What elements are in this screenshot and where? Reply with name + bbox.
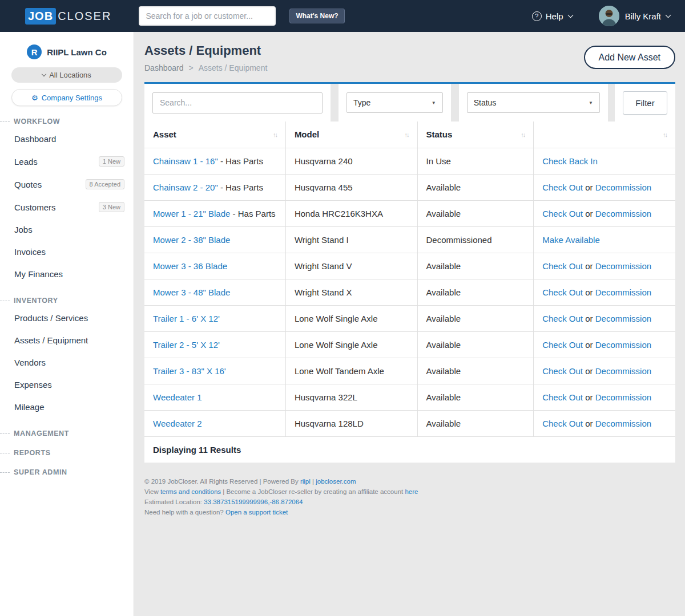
model-cell: Husqvarna 322L [285, 384, 417, 410]
add-new-asset-button[interactable]: Add New Asset [584, 46, 676, 69]
decommission-link[interactable]: Decommission [595, 366, 651, 376]
sidebar-section-workflow[interactable]: WORKFLOW [0, 117, 134, 125]
asset-link[interactable]: Chainsaw 2 - 20" [153, 183, 218, 192]
sidebar-item-jobs[interactable]: Jobs [0, 218, 134, 241]
sort-icon[interactable]: ↑↓ [521, 131, 525, 138]
filter-button[interactable]: Filter [623, 91, 667, 115]
status-cell: Available [417, 279, 534, 305]
table-row: Mower 3 - 36 BladeWright Stand VAvailabl… [144, 253, 675, 279]
footer-link[interactable]: 33.387315199999996,-86.872064 [204, 499, 303, 505]
gear-icon: ⚙ [31, 94, 38, 102]
footer-link[interactable]: riipl [300, 478, 311, 485]
decommission-link[interactable]: Decommission [595, 287, 651, 297]
help-menu[interactable]: ? Help [532, 11, 573, 21]
sidebar-item-mileage[interactable]: Mileage [0, 396, 134, 418]
asset-link[interactable]: Mower 2 - 38" Blade [153, 235, 230, 245]
sort-icon[interactable]: ↑↓ [273, 131, 277, 138]
nav-badge: 1 New [99, 156, 124, 167]
column-header-model[interactable]: Model↑↓ [285, 121, 417, 148]
type-select[interactable]: Type ▼ [346, 92, 443, 113]
asset-link[interactable]: Mower 3 - 36 Blade [153, 261, 227, 271]
column-header-asset[interactable]: Asset↑↓ [144, 121, 285, 148]
status-cell: Available [417, 174, 534, 200]
user-menu[interactable]: Billy Kraft [625, 11, 670, 21]
check-out-link[interactable]: Check Out [542, 340, 583, 350]
global-search-input[interactable] [139, 6, 276, 26]
sidebar-section-super-admin[interactable]: SUPER ADMIN [0, 468, 134, 476]
sidebar-item-assets-equipment[interactable]: Assets / Equipment [0, 329, 134, 351]
sidebar-item-my-finances[interactable]: My Finances [0, 263, 134, 285]
nav-item-label: Leads [14, 157, 99, 167]
sidebar-section-inventory[interactable]: INVENTORY [0, 297, 134, 305]
avatar[interactable] [599, 6, 619, 26]
footer-link[interactable]: here [405, 488, 418, 495]
decommission-link[interactable]: Decommission [595, 419, 651, 428]
asset-link[interactable]: Mower 1 - 21" Blade [153, 209, 230, 218]
results-count: Displaying 11 Results [144, 437, 675, 463]
whats-new-button[interactable]: What's New? [289, 9, 344, 23]
footer-link[interactable]: Open a support ticket [225, 509, 288, 516]
check-out-link[interactable]: Check Out [542, 419, 583, 428]
check-out-link[interactable]: Check Out [542, 209, 583, 218]
location-selector[interactable]: All Locations [11, 67, 122, 83]
sidebar-item-dashboard[interactable]: Dashboard [0, 128, 134, 150]
check-out-link[interactable]: Check Out [542, 392, 583, 402]
sidebar-item-quotes[interactable]: Quotes8 Accepted [0, 173, 134, 196]
breadcrumb-dashboard-link[interactable]: Dashboard [144, 63, 184, 72]
asset-link[interactable]: Trailer 1 - 6' X 12' [153, 314, 220, 323]
sort-icon[interactable]: ↑↓ [663, 131, 667, 138]
footer-line: © 2019 JobCloser. All Rights Reserved | … [144, 477, 675, 485]
check-out-link[interactable]: Check Out [542, 183, 583, 192]
asset-suffix: - Has Parts [218, 156, 263, 166]
section-label: MANAGEMENT [14, 429, 69, 437]
make-available-link[interactable]: Make Available [542, 235, 600, 245]
table-search-input[interactable] [152, 92, 323, 114]
company-settings-button[interactable]: ⚙ Company Settings [11, 89, 122, 106]
sidebar-section-reports[interactable]: REPORTS [0, 449, 134, 457]
asset-link[interactable]: Chainsaw 1 - 16" [153, 156, 218, 166]
sidebar-item-leads[interactable]: Leads1 New [0, 150, 134, 173]
sidebar-item-vendors[interactable]: Vendors [0, 351, 134, 374]
sidebar-nav: WORKFLOWDashboardLeads1 NewQuotes8 Accep… [0, 117, 134, 476]
check-out-link[interactable]: Check Out [542, 261, 583, 271]
sidebar-section-management[interactable]: MANAGEMENT [0, 429, 134, 437]
decommission-link[interactable]: Decommission [595, 183, 651, 192]
sidebar-item-products-services[interactable]: Products / Services [0, 307, 134, 329]
asset-suffix: - Has Parts [230, 209, 275, 218]
asset-cell: Weedeater 1 [144, 384, 285, 410]
sidebar-item-invoices[interactable]: Invoices [0, 241, 134, 263]
asset-link[interactable]: Weedeater 1 [153, 392, 202, 402]
sidebar-item-customers[interactable]: Customers3 New [0, 196, 134, 218]
decommission-link[interactable]: Decommission [595, 340, 651, 350]
nav-item-label: Customers [14, 202, 99, 212]
asset-cell: Trailer 3 - 83" X 16' [144, 358, 285, 384]
decommission-link[interactable]: Decommission [595, 209, 651, 218]
check-back-in-link[interactable]: Check Back In [542, 156, 598, 166]
check-out-link[interactable]: Check Out [542, 314, 583, 323]
column-header-blank[interactable]: ↑↓ [534, 121, 675, 148]
model-cell: Wright Stand X [285, 279, 417, 305]
nav-badge: 8 Accepted [86, 179, 124, 189]
footer-link[interactable]: terms and conditions [160, 488, 221, 495]
actions-cell: Check Out or Decommission [534, 253, 675, 279]
status-cell: Available [417, 200, 534, 226]
check-out-link[interactable]: Check Out [542, 366, 583, 376]
asset-link[interactable]: Trailer 3 - 83" X 16' [153, 366, 226, 376]
app-logo[interactable]: JOB CLOSER [25, 8, 111, 25]
asset-link[interactable]: Trailer 2 - 5' X 12' [153, 340, 220, 350]
footer-link[interactable]: jobcloser.com [316, 478, 356, 485]
decommission-link[interactable]: Decommission [595, 392, 651, 402]
decommission-link[interactable]: Decommission [595, 261, 651, 271]
sidebar-item-expenses[interactable]: Expenses [0, 374, 134, 396]
asset-cell: Trailer 2 - 5' X 12' [144, 331, 285, 358]
asset-link[interactable]: Mower 3 - 48" Blade [153, 287, 230, 297]
decommission-link[interactable]: Decommission [595, 314, 651, 323]
asset-link[interactable]: Weedeater 2 [153, 419, 202, 428]
column-header-status[interactable]: Status↑↓ [417, 121, 534, 148]
check-out-link[interactable]: Check Out [542, 287, 583, 297]
status-select[interactable]: Status ▼ [467, 92, 600, 113]
asset-cell: Chainsaw 2 - 20" - Has Parts [144, 174, 285, 200]
status-cell: Available [417, 305, 534, 331]
sort-icon[interactable]: ↑↓ [405, 131, 409, 138]
nav-item-label: Invoices [14, 247, 124, 257]
